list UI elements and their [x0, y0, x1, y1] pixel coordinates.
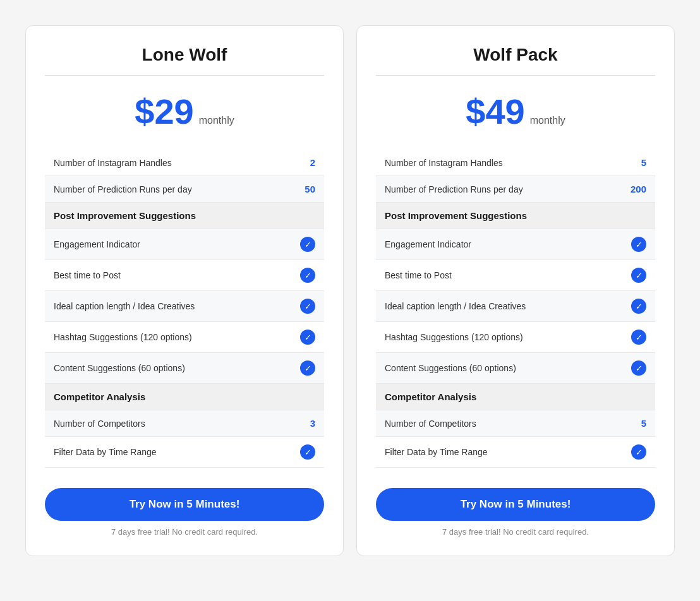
- feature-label-handles: Number of Instagram Handles: [54, 158, 172, 168]
- feature-label-hashtag: Hashtag Suggestions (120 options): [385, 332, 523, 342]
- cta-button-lone-wolf[interactable]: Try Now in 5 Minutes!: [45, 488, 324, 521]
- plan-divider-wolf-pack: [376, 75, 655, 76]
- plan-title-lone-wolf: Lone Wolf: [45, 45, 324, 65]
- feature-row-predictions: Number of Prediction Runs per day50: [45, 176, 324, 203]
- feature-row-competitor-header: Competitor Analysis: [376, 384, 655, 410]
- feature-value-predictions: 50: [305, 184, 315, 194]
- features-list-wolf-pack: Number of Instagram Handles5Number of Pr…: [376, 150, 655, 468]
- feature-row-content: Content Suggestions (60 options)✓: [376, 353, 655, 384]
- feature-label-filter: Filter Data by Time Range: [54, 447, 157, 457]
- section-header-label: Competitor Analysis: [54, 391, 145, 402]
- plan-divider-lone-wolf: [45, 75, 324, 76]
- check-icon-filter: ✓: [300, 444, 315, 460]
- feature-row-post-suggestions-header: Post Improvement Suggestions: [376, 203, 655, 229]
- check-icon-caption: ✓: [631, 299, 646, 314]
- check-icon-best-time: ✓: [300, 268, 315, 283]
- feature-label-hashtag: Hashtag Suggestions (120 options): [54, 332, 192, 342]
- feature-row-content: Content Suggestions (60 options)✓: [45, 353, 324, 384]
- check-icon-content: ✓: [300, 360, 315, 376]
- check-icon-caption: ✓: [300, 299, 315, 314]
- feature-label-handles: Number of Instagram Handles: [385, 158, 503, 168]
- feature-row-hashtag: Hashtag Suggestions (120 options)✓: [376, 322, 655, 353]
- feature-row-engagement: Engagement Indicator✓: [376, 229, 655, 260]
- feature-label-caption: Ideal caption length / Idea Creatives: [385, 301, 526, 311]
- cta-button-wolf-pack[interactable]: Try Now in 5 Minutes!: [376, 488, 655, 521]
- feature-label-competitors: Number of Competitors: [54, 419, 145, 429]
- feature-label-filter: Filter Data by Time Range: [385, 447, 488, 457]
- feature-row-competitors: Number of Competitors5: [376, 410, 655, 437]
- feature-label-content: Content Suggestions (60 options): [54, 363, 185, 373]
- feature-row-caption: Ideal caption length / Idea Creatives✓: [45, 291, 324, 322]
- feature-label-competitors: Number of Competitors: [385, 419, 476, 429]
- feature-row-hashtag: Hashtag Suggestions (120 options)✓: [45, 322, 324, 353]
- feature-label-engagement: Engagement Indicator: [385, 239, 471, 249]
- section-header-label: Competitor Analysis: [385, 391, 476, 402]
- plan-price-section-lone-wolf: $29monthly: [45, 91, 324, 132]
- feature-row-competitor-header: Competitor Analysis: [45, 384, 324, 410]
- feature-row-competitors: Number of Competitors3: [45, 410, 324, 437]
- check-icon-engagement: ✓: [300, 237, 315, 252]
- feature-row-filter: Filter Data by Time Range✓: [376, 437, 655, 468]
- cta-section-wolf-pack: Try Now in 5 Minutes!7 days free trial! …: [376, 488, 655, 537]
- feature-label-best-time: Best time to Post: [54, 270, 121, 280]
- section-header-label: Post Improvement Suggestions: [54, 210, 196, 221]
- plan-card-wolf-pack: Wolf Pack$49monthlyNumber of Instagram H…: [356, 25, 675, 556]
- feature-row-caption: Ideal caption length / Idea Creatives✓: [376, 291, 655, 322]
- check-icon-content: ✓: [631, 360, 646, 376]
- feature-row-best-time: Best time to Post✓: [376, 260, 655, 291]
- check-icon-hashtag: ✓: [300, 330, 315, 345]
- feature-row-filter: Filter Data by Time Range✓: [45, 437, 324, 468]
- feature-value-handles: 2: [310, 157, 315, 168]
- feature-row-handles: Number of Instagram Handles2: [45, 150, 324, 176]
- check-icon-best-time: ✓: [631, 268, 646, 283]
- feature-row-best-time: Best time to Post✓: [45, 260, 324, 291]
- feature-value-competitors: 5: [641, 418, 646, 429]
- feature-label-predictions: Number of Prediction Runs per day: [385, 184, 523, 194]
- feature-value-competitors: 3: [310, 418, 315, 429]
- plan-price-lone-wolf: $29: [135, 91, 193, 132]
- feature-row-handles: Number of Instagram Handles5: [376, 150, 655, 176]
- plan-price-wolf-pack: $49: [466, 91, 524, 132]
- feature-row-post-suggestions-header: Post Improvement Suggestions: [45, 203, 324, 229]
- feature-value-predictions: 200: [631, 184, 646, 194]
- cta-section-lone-wolf: Try Now in 5 Minutes!7 days free trial! …: [45, 488, 324, 537]
- features-list-lone-wolf: Number of Instagram Handles2Number of Pr…: [45, 150, 324, 468]
- cta-note-wolf-pack: 7 days free trial! No credit card requir…: [442, 527, 589, 537]
- section-header-label: Post Improvement Suggestions: [385, 210, 527, 221]
- feature-value-handles: 5: [641, 157, 646, 168]
- plan-price-section-wolf-pack: $49monthly: [376, 91, 655, 132]
- feature-label-predictions: Number of Prediction Runs per day: [54, 184, 192, 194]
- cta-note-lone-wolf: 7 days free trial! No credit card requir…: [111, 527, 258, 537]
- feature-row-engagement: Engagement Indicator✓: [45, 229, 324, 260]
- plan-period-lone-wolf: monthly: [199, 115, 234, 126]
- check-icon-engagement: ✓: [631, 237, 646, 252]
- plan-period-wolf-pack: monthly: [530, 115, 565, 126]
- feature-row-predictions: Number of Prediction Runs per day200: [376, 176, 655, 203]
- check-icon-filter: ✓: [631, 444, 646, 460]
- pricing-container: Lone Wolf$29monthlyNumber of Instagram H…: [13, 13, 687, 569]
- plan-title-wolf-pack: Wolf Pack: [376, 45, 655, 65]
- feature-label-caption: Ideal caption length / Idea Creatives: [54, 301, 195, 311]
- check-icon-hashtag: ✓: [631, 330, 646, 345]
- feature-label-engagement: Engagement Indicator: [54, 239, 140, 249]
- feature-label-content: Content Suggestions (60 options): [385, 363, 516, 373]
- plan-card-lone-wolf: Lone Wolf$29monthlyNumber of Instagram H…: [25, 25, 344, 556]
- feature-label-best-time: Best time to Post: [385, 270, 452, 280]
